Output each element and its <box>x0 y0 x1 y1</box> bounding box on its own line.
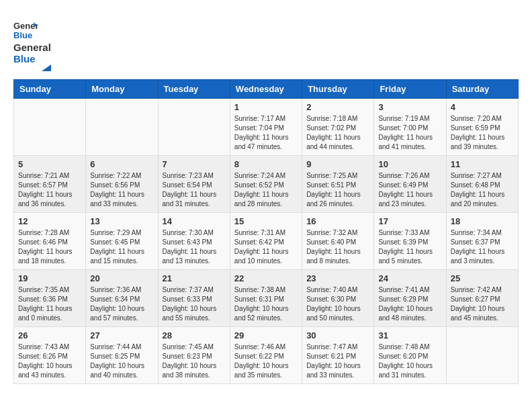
day-cell: 23Sunrise: 7:40 AMSunset: 6:30 PMDayligh… <box>302 270 374 327</box>
day-number: 16 <box>306 216 369 226</box>
day-cell: 27Sunrise: 7:44 AMSunset: 6:25 PMDayligh… <box>86 327 158 384</box>
day-cell: 29Sunrise: 7:46 AMSunset: 6:22 PMDayligh… <box>230 327 302 384</box>
day-info: Sunrise: 7:30 AMSunset: 6:43 PMDaylight:… <box>163 228 226 266</box>
day-cell: 17Sunrise: 7:33 AMSunset: 6:39 PMDayligh… <box>374 213 446 270</box>
day-cell: 25Sunrise: 7:42 AMSunset: 6:27 PMDayligh… <box>446 270 518 327</box>
day-info: Sunrise: 7:42 AMSunset: 6:27 PMDaylight:… <box>451 285 514 323</box>
day-number: 27 <box>90 330 153 340</box>
day-info: Sunrise: 7:48 AMSunset: 6:20 PMDaylight:… <box>378 342 441 380</box>
day-number: 12 <box>18 216 81 226</box>
day-cell: 6Sunrise: 7:22 AMSunset: 6:56 PMDaylight… <box>86 156 158 213</box>
logo-icon: General Blue <box>13 17 38 41</box>
header: General Blue General Blue <box>13 13 519 73</box>
day-number: 9 <box>306 159 369 169</box>
day-info: Sunrise: 7:22 AMSunset: 6:56 PMDaylight:… <box>90 171 153 209</box>
day-info: Sunrise: 7:21 AMSunset: 6:57 PMDaylight:… <box>18 171 81 209</box>
day-info: Sunrise: 7:44 AMSunset: 6:25 PMDaylight:… <box>90 342 153 380</box>
day-info: Sunrise: 7:26 AMSunset: 6:49 PMDaylight:… <box>378 171 441 209</box>
day-cell <box>86 99 158 156</box>
header-saturday: Saturday <box>446 80 518 99</box>
header-friday: Friday <box>374 80 446 99</box>
week-row-2: 5Sunrise: 7:21 AMSunset: 6:57 PMDaylight… <box>14 156 519 213</box>
week-row-1: 1Sunrise: 7:17 AMSunset: 7:04 PMDaylight… <box>14 99 519 156</box>
svg-text:Blue: Blue <box>13 30 32 40</box>
day-number: 18 <box>451 216 514 226</box>
day-info: Sunrise: 7:40 AMSunset: 6:30 PMDaylight:… <box>306 285 369 323</box>
day-cell <box>158 99 230 156</box>
day-number: 6 <box>90 159 153 169</box>
day-info: Sunrise: 7:20 AMSunset: 6:59 PMDaylight:… <box>451 114 514 152</box>
day-number: 15 <box>234 216 298 226</box>
day-cell: 7Sunrise: 7:23 AMSunset: 6:54 PMDaylight… <box>158 156 230 213</box>
day-number: 28 <box>163 330 226 340</box>
day-number: 19 <box>18 273 81 283</box>
day-cell: 13Sunrise: 7:29 AMSunset: 6:45 PMDayligh… <box>86 213 158 270</box>
day-number: 13 <box>90 216 153 226</box>
day-number: 24 <box>378 273 441 283</box>
day-cell: 18Sunrise: 7:34 AMSunset: 6:37 PMDayligh… <box>446 213 518 270</box>
day-number: 10 <box>378 159 441 169</box>
day-cell: 16Sunrise: 7:32 AMSunset: 6:40 PMDayligh… <box>302 213 374 270</box>
day-cell: 4Sunrise: 7:20 AMSunset: 6:59 PMDaylight… <box>446 99 518 156</box>
day-cell: 10Sunrise: 7:26 AMSunset: 6:49 PMDayligh… <box>374 156 446 213</box>
day-info: Sunrise: 7:28 AMSunset: 6:46 PMDaylight:… <box>18 228 81 266</box>
day-cell <box>14 99 86 156</box>
day-number: 2 <box>306 102 369 112</box>
header-monday: Monday <box>86 80 158 99</box>
day-info: Sunrise: 7:24 AMSunset: 6:52 PMDaylight:… <box>234 171 298 209</box>
day-cell: 14Sunrise: 7:30 AMSunset: 6:43 PMDayligh… <box>158 213 230 270</box>
day-cell: 8Sunrise: 7:24 AMSunset: 6:52 PMDaylight… <box>230 156 302 213</box>
day-cell: 3Sunrise: 7:19 AMSunset: 7:00 PMDaylight… <box>374 99 446 156</box>
day-info: Sunrise: 7:46 AMSunset: 6:22 PMDaylight:… <box>234 342 298 380</box>
day-cell: 28Sunrise: 7:45 AMSunset: 6:23 PMDayligh… <box>158 327 230 384</box>
day-cell: 5Sunrise: 7:21 AMSunset: 6:57 PMDaylight… <box>14 156 86 213</box>
day-info: Sunrise: 7:34 AMSunset: 6:37 PMDaylight:… <box>451 228 514 266</box>
logo: General Blue General Blue <box>13 17 51 73</box>
header-sunday: Sunday <box>14 80 86 99</box>
day-info: Sunrise: 7:38 AMSunset: 6:31 PMDaylight:… <box>234 285 298 323</box>
day-number: 26 <box>18 330 81 340</box>
day-info: Sunrise: 7:43 AMSunset: 6:26 PMDaylight:… <box>18 342 81 380</box>
header-wednesday: Wednesday <box>230 80 302 99</box>
day-info: Sunrise: 7:35 AMSunset: 6:36 PMDaylight:… <box>18 285 81 323</box>
week-row-5: 26Sunrise: 7:43 AMSunset: 6:26 PMDayligh… <box>14 327 519 384</box>
day-info: Sunrise: 7:32 AMSunset: 6:40 PMDaylight:… <box>306 228 369 266</box>
day-info: Sunrise: 7:45 AMSunset: 6:23 PMDaylight:… <box>163 342 226 380</box>
day-number: 8 <box>234 159 298 169</box>
day-cell <box>446 327 518 384</box>
day-number: 3 <box>378 102 441 112</box>
day-number: 23 <box>306 273 369 283</box>
header-thursday: Thursday <box>302 80 374 99</box>
day-cell: 20Sunrise: 7:36 AMSunset: 6:34 PMDayligh… <box>86 270 158 327</box>
day-info: Sunrise: 7:17 AMSunset: 7:04 PMDaylight:… <box>234 114 298 152</box>
day-number: 22 <box>234 273 298 283</box>
day-cell: 11Sunrise: 7:27 AMSunset: 6:48 PMDayligh… <box>446 156 518 213</box>
day-info: Sunrise: 7:47 AMSunset: 6:21 PMDaylight:… <box>306 342 369 380</box>
svg-marker-3 <box>42 64 51 71</box>
day-cell: 24Sunrise: 7:41 AMSunset: 6:29 PMDayligh… <box>374 270 446 327</box>
day-number: 25 <box>451 273 514 283</box>
day-cell: 1Sunrise: 7:17 AMSunset: 7:04 PMDaylight… <box>230 99 302 156</box>
day-cell: 12Sunrise: 7:28 AMSunset: 6:46 PMDayligh… <box>14 213 86 270</box>
day-cell: 31Sunrise: 7:48 AMSunset: 6:20 PMDayligh… <box>374 327 446 384</box>
day-number: 31 <box>378 330 441 340</box>
logo-general: General <box>13 42 51 54</box>
day-number: 7 <box>163 159 226 169</box>
day-number: 14 <box>163 216 226 226</box>
day-number: 29 <box>234 330 298 340</box>
day-info: Sunrise: 7:37 AMSunset: 6:33 PMDaylight:… <box>163 285 226 323</box>
day-cell: 26Sunrise: 7:43 AMSunset: 6:26 PMDayligh… <box>14 327 86 384</box>
day-number: 30 <box>306 330 369 340</box>
day-info: Sunrise: 7:36 AMSunset: 6:34 PMDaylight:… <box>90 285 153 323</box>
day-cell: 30Sunrise: 7:47 AMSunset: 6:21 PMDayligh… <box>302 327 374 384</box>
day-cell: 22Sunrise: 7:38 AMSunset: 6:31 PMDayligh… <box>230 270 302 327</box>
day-number: 17 <box>378 216 441 226</box>
day-number: 5 <box>18 159 81 169</box>
header-tuesday: Tuesday <box>158 80 230 99</box>
day-cell: 21Sunrise: 7:37 AMSunset: 6:33 PMDayligh… <box>158 270 230 327</box>
day-info: Sunrise: 7:25 AMSunset: 6:51 PMDaylight:… <box>306 171 369 209</box>
day-info: Sunrise: 7:23 AMSunset: 6:54 PMDaylight:… <box>163 171 226 209</box>
day-cell: 9Sunrise: 7:25 AMSunset: 6:51 PMDaylight… <box>302 156 374 213</box>
calendar-header-row: SundayMondayTuesdayWednesdayThursdayFrid… <box>14 80 519 99</box>
day-number: 21 <box>163 273 226 283</box>
